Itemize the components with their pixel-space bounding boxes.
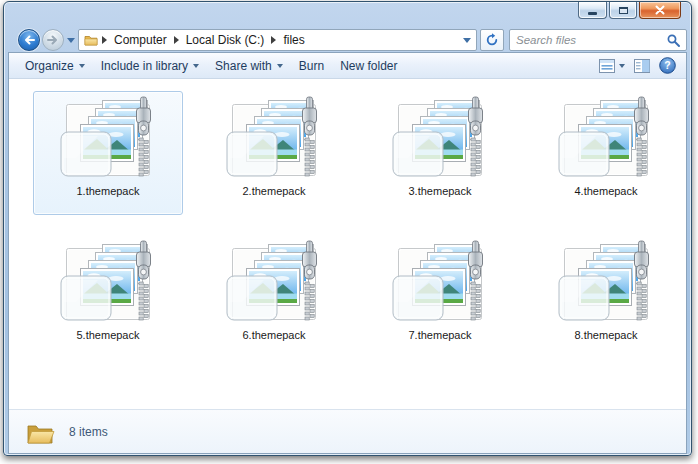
close-button[interactable] (639, 2, 681, 19)
help-icon: ? (659, 57, 676, 74)
file-name: 7.themepack (409, 329, 472, 341)
burn-button[interactable]: Burn (291, 56, 332, 76)
toolbar-right-icons: ? (599, 57, 678, 74)
refresh-icon (485, 33, 499, 47)
themepack-icon (60, 96, 156, 182)
organize-button[interactable]: Organize (17, 56, 93, 76)
themepack-icon (392, 96, 488, 182)
chevron-down-icon (193, 64, 199, 68)
breadcrumb-item-computer[interactable]: Computer (111, 31, 170, 49)
explorer-window: Computer Local Disk (C:) files Search fi… (3, 1, 692, 456)
file-item[interactable]: 5.themepack (33, 235, 183, 359)
chevron-down-icon (277, 64, 283, 68)
chevron-down-icon (79, 64, 85, 68)
file-name: 8.themepack (575, 329, 638, 341)
new-folder-label: New folder (340, 59, 397, 73)
file-name: 2.themepack (243, 185, 306, 197)
themepack-icon (558, 240, 654, 326)
back-button[interactable] (18, 29, 40, 51)
forward-arrow-icon (47, 35, 59, 45)
burn-label: Burn (299, 59, 324, 73)
include-in-library-label: Include in library (101, 59, 188, 73)
file-item[interactable]: 1.themepack (33, 91, 183, 215)
file-item[interactable]: 7.themepack (365, 235, 515, 359)
new-folder-button[interactable]: New folder (332, 56, 405, 76)
help-button[interactable]: ? (659, 57, 676, 74)
change-view-button[interactable] (599, 59, 625, 73)
minimize-button[interactable] (578, 2, 607, 19)
minimize-icon (588, 12, 597, 15)
close-icon (655, 5, 665, 15)
themepack-icon (226, 96, 322, 182)
share-with-label: Share with (215, 59, 272, 73)
file-item[interactable]: 3.themepack (365, 91, 515, 215)
preview-pane-icon (634, 59, 650, 73)
include-in-library-button[interactable]: Include in library (93, 56, 207, 76)
themepack-icon (60, 240, 156, 326)
file-name: 1.themepack (77, 185, 140, 197)
details-pane: 8 items (9, 409, 686, 453)
themepack-icon (392, 240, 488, 326)
file-item[interactable]: 8.themepack (531, 235, 681, 359)
breadcrumb-arrow-icon[interactable] (102, 36, 107, 44)
folder-icon (25, 419, 55, 445)
file-item[interactable]: 2.themepack (199, 91, 349, 215)
search-placeholder: Search files (516, 34, 667, 46)
themepack-icon (558, 96, 654, 182)
item-count: 8 items (69, 425, 108, 439)
search-box[interactable]: Search files (509, 29, 687, 51)
recent-pages-dropdown-icon[interactable] (67, 38, 75, 43)
breadcrumb-item-files[interactable]: files (280, 31, 307, 49)
file-list: 1.themepack 2.themepack 3.themepack 4.th… (9, 79, 686, 409)
back-arrow-icon (23, 35, 35, 45)
file-item[interactable]: 6.themepack (199, 235, 349, 359)
views-icon (599, 59, 615, 73)
chevron-down-icon[interactable] (619, 64, 625, 68)
maximize-button[interactable] (609, 2, 637, 19)
share-with-button[interactable]: Share with (207, 56, 291, 76)
search-icon[interactable] (667, 34, 680, 47)
window-controls (576, 2, 681, 19)
breadcrumb-arrow-icon[interactable] (271, 36, 276, 44)
file-name: 6.themepack (243, 329, 306, 341)
maximize-icon (619, 7, 628, 14)
titlebar[interactable] (4, 2, 691, 27)
file-name: 4.themepack (575, 185, 638, 197)
organize-label: Organize (25, 59, 74, 73)
file-item[interactable]: 4.themepack (531, 91, 681, 215)
breadcrumb-arrow-icon[interactable] (174, 36, 179, 44)
forward-button[interactable] (42, 29, 64, 51)
breadcrumb-item-local-disk-c[interactable]: Local Disk (C:) (183, 31, 268, 49)
refresh-button[interactable] (480, 29, 504, 51)
file-name: 5.themepack (77, 329, 140, 341)
address-dropdown-icon[interactable] (463, 38, 471, 43)
preview-pane-button[interactable] (634, 59, 650, 73)
svg-text:?: ? (664, 59, 670, 71)
folder-icon (84, 34, 98, 46)
themepack-icon (226, 240, 322, 326)
file-name: 3.themepack (409, 185, 472, 197)
address-bar[interactable]: Computer Local Disk (C:) files (78, 29, 477, 51)
navigation-bar: Computer Local Disk (C:) files Search fi… (8, 28, 687, 52)
command-toolbar: Organize Include in library Share with B… (9, 53, 686, 79)
client-area: Organize Include in library Share with B… (8, 52, 687, 454)
